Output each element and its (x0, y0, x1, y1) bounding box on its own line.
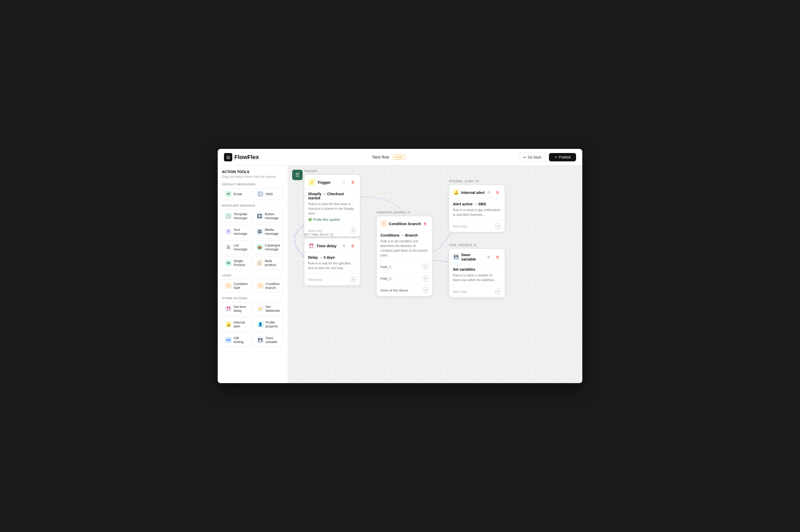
save-variable-actions: ⧉ 🗑 (485, 253, 501, 261)
save-variable-delete-button[interactable]: 🗑 (494, 253, 501, 261)
publish-icon: ↗ (554, 155, 557, 159)
save-variable-node-label: SAVE_VARIABLE_01 (449, 244, 477, 246)
sidebar-item-ab-testing[interactable]: A|B A|B testing (222, 333, 252, 347)
header-center: New flow Draft (259, 154, 519, 160)
sidebar-item-template-message[interactable]: 📋 Template message (222, 209, 251, 223)
none-of-above-icon[interactable]: ⊕ (422, 287, 429, 293)
set-time-delay-label: Set time delay (234, 305, 248, 312)
tools-title: ACTION TOOLS (222, 170, 284, 174)
logo-icon: ◱ (224, 153, 232, 162)
time-delay-delete-button[interactable]: 🗑 (349, 242, 356, 249)
set-webhook-label: Set Webhook (266, 305, 280, 312)
default-messaging-grid: ✉ Email 💬 SMS (222, 188, 284, 200)
sidebar-item-multi-product[interactable]: 🛒 Multi product (253, 256, 284, 270)
catalogue-message-label: Catalogue message (265, 243, 280, 251)
sidebar-item-save-variable[interactable]: 💾 Save variable (254, 333, 284, 347)
internal-alert-node-container: INTERNAL_ALERT_01 🔔 Internal alert ⧉ 🗑 (449, 180, 479, 185)
sidebar-item-email[interactable]: ✉ Email (222, 188, 252, 200)
condition-branch-title: Condition branch (389, 222, 421, 226)
time-delay-node[interactable]: ⏰ Time delay ⧉ 🗑 Delay → 3 days Rule is … (304, 238, 360, 286)
trigger-node-actions: ▽ 🗑 (340, 178, 356, 186)
none-of-above-label: None of the above (380, 288, 408, 292)
template-message-icon: 📋 (225, 213, 231, 219)
filter-icon: 🌿 (308, 218, 312, 222)
button-message-label: Button message (265, 212, 280, 220)
time-delay-copy-button[interactable]: ⧉ (340, 242, 348, 249)
sidebar-item-internal-alert[interactable]: 🔔 Internal alert (222, 318, 252, 331)
text-message-label: Text message (234, 228, 248, 235)
path-1-icon[interactable]: ⊕ (422, 264, 429, 270)
sidebar-item-set-time-delay[interactable]: ⏰ Set time delay (222, 302, 252, 316)
tools-subtitle: Drag and drop a block onto the canvas. (222, 175, 284, 178)
save-variable-node[interactable]: 💾 Save variable ⧉ 🗑 Set variables Rule i… (449, 249, 505, 298)
internal-alert-header-left: 🔔 Internal alert (453, 189, 485, 195)
path-1-item: Path_1 ⊕ (377, 261, 432, 272)
internal-alert-next-step-icon[interactable]: ⊕ (495, 223, 501, 229)
trigger-bolt-icon: ⚡ (308, 178, 315, 186)
internal-alert-title: Internal alert (461, 190, 485, 195)
internal-alert-copy-button[interactable]: ⧉ (485, 189, 492, 196)
ab-testing-label: A|B testing (234, 336, 248, 344)
condition-branch-delete-button[interactable]: 🗑 (421, 220, 429, 227)
text-message-icon: T (225, 229, 231, 235)
time-delay-actions: ⧉ 🗑 (340, 242, 356, 249)
filter-label: Profile filter applied (313, 218, 339, 222)
other-actions-grid: ⏰ Set time delay ⚡ Set Webhook 🔔 Interna… (222, 302, 284, 347)
internal-alert-node[interactable]: 🔔 Internal alert ⧉ 🗑 Alert active → SMS … (449, 185, 505, 232)
time-delay-subtitle: Delay → 3 days (308, 255, 356, 260)
condition-branch-subtitle: Conditions → Branch (380, 233, 429, 238)
time-delay-clock-icon: ⏰ (308, 243, 314, 249)
save-variable-copy-button[interactable]: ⧉ (485, 253, 492, 261)
sidebar-item-single-product[interactable]: 🛍 Single Product (222, 256, 251, 270)
sidebar-item-condition-split[interactable]: ⑂ Condition Split (222, 279, 252, 292)
sidebar-item-button-message[interactable]: 🔲 Button message (253, 209, 284, 223)
sidebar-item-text-message[interactable]: T Text message (222, 225, 251, 239)
sidebar-item-media-message[interactable]: 🖼 Media message (253, 225, 284, 239)
publish-button[interactable]: ↗ Publish (549, 153, 576, 162)
sidebar-item-set-webhook[interactable]: ⚡ Set Webhook (254, 302, 284, 316)
save-variable-next-step-icon[interactable]: ⊕ (495, 288, 501, 294)
profile-property-icon: 👤 (257, 321, 263, 327)
trigger-node-body: Shopify → Checkout started Rule is to st… (304, 189, 360, 225)
go-back-button[interactable]: ↩ Go back (519, 153, 546, 162)
section-title-whatsapp: WHATSAPP MESSAGE (222, 204, 284, 207)
condition-branch-node[interactable]: ⑂ Condition branch 🗑 Conditions → Branch… (376, 216, 432, 296)
save-variable-label: Save variable (266, 336, 280, 344)
time-delay-title: Time delay (316, 244, 336, 248)
save-variable-desc: Rule is to store a variable for future u… (453, 273, 501, 282)
condition-branch-node-label: CONDITION_BRANCH_01 (376, 211, 411, 214)
internal-alert-delete-button[interactable]: 🗑 (494, 189, 501, 196)
internal-alert-node-label: INTERNAL_ALERT_01 (449, 180, 479, 183)
save-variable-icon: 💾 (257, 337, 263, 343)
time-delay-header-left: ⏰ Time delay (308, 243, 336, 249)
save-variable-header: 💾 Save variable ⧉ 🗑 (449, 249, 505, 264)
sidebar-item-profile-property[interactable]: 👤 Profile property (254, 318, 284, 331)
sms-icon: 💬 (257, 191, 263, 197)
save-variable-footer: Next step ⊕ (449, 286, 505, 297)
section-title-default-messaging: DEFAULT MESSAGING (222, 183, 284, 186)
sidebar-item-sms[interactable]: 💬 SMS (254, 188, 284, 200)
profile-filter-link[interactable]: 🌿 Profile filter applied (308, 218, 356, 222)
sidebar-item-catalogue-message[interactable]: 📦 Catalogue message (253, 241, 284, 254)
internal-alert-bell-icon: 🔔 (453, 189, 459, 195)
trigger-node[interactable]: ⚡ Trigger ▽ 🗑 Shopify → Checkout started… (304, 175, 360, 236)
canvas[interactable]: ☰ TRIGGER ⚡ (288, 166, 582, 383)
list-message-label: List message (234, 243, 248, 251)
trigger-filter-button[interactable]: ▽ (340, 178, 348, 186)
profile-property-label: Profile property (266, 320, 280, 328)
sidebar-item-condition-branch[interactable]: ⑂ Condition branch (254, 279, 284, 292)
sidebar-toggle[interactable]: ☰ (292, 170, 303, 180)
time-delay-next-step-icon[interactable]: ⊕ (350, 277, 356, 283)
trigger-next-step-icon[interactable]: ⊕ (350, 227, 356, 234)
catalogue-message-icon: 📦 (257, 244, 263, 250)
trigger-delete-button[interactable]: 🗑 (349, 178, 356, 186)
sidebar-item-list-message[interactable]: ☰ List message (222, 241, 251, 254)
save-variable-node-container: SAVE_VARIABLE_01 💾 Save variable ⧉ 🗑 (449, 244, 477, 249)
single-product-icon: 🛍 (225, 260, 231, 266)
email-label: Email (234, 192, 242, 196)
path-2-icon[interactable]: ⊕ (422, 276, 429, 282)
time-delay-footer: Next step ⊕ (304, 273, 360, 285)
internal-alert-actions: ⧉ 🗑 (485, 189, 501, 196)
time-delay-desc: Rule is to wait for the specified time t… (308, 261, 356, 270)
go-back-icon: ↩ (523, 155, 526, 159)
